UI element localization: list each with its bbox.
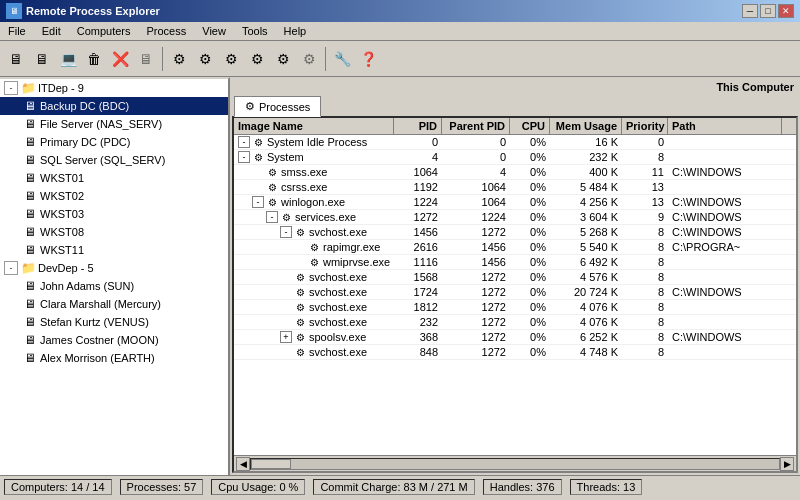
tree-expand-icon[interactable]: - xyxy=(266,211,278,223)
col-header-path[interactable]: Path xyxy=(668,118,782,134)
table-row[interactable]: ⚙csrss.exe119210640%5 484 K13 xyxy=(234,180,796,195)
table-row[interactable]: ⚙svchost.exe156812720%4 576 K8 xyxy=(234,270,796,285)
process-ppid-cell: 0 xyxy=(442,150,510,164)
tree-expand-icon[interactable]: - xyxy=(238,136,250,148)
table-row[interactable]: ⚙svchost.exe23212720%4 076 K8 xyxy=(234,315,796,330)
col-header-pid[interactable]: PID xyxy=(394,118,442,134)
process-icon: ⚙ xyxy=(296,302,305,313)
tree-item-mercury[interactable]: 🖥 Clara Marshall (Mercury) xyxy=(0,295,228,313)
tree-expand-icon[interactable]: - xyxy=(280,226,292,238)
tree-item-wkst08[interactable]: 🖥 WKST08 xyxy=(0,223,228,241)
table-row[interactable]: +⚙spoolsv.exe36812720%6 252 K8C:\WINDOWS xyxy=(234,330,796,345)
table-row[interactable]: ⚙smss.exe106440%400 K11C:\WINDOWS xyxy=(234,165,796,180)
menu-computers[interactable]: Computers xyxy=(73,24,135,38)
toolbar-separator-2 xyxy=(325,47,326,71)
col-header-cpu[interactable]: CPU xyxy=(510,118,550,134)
process-end-icon[interactable]: ⚙ xyxy=(193,47,217,71)
process-name-cell: ⚙svchost.exe xyxy=(234,300,394,314)
expand-devdep[interactable]: - xyxy=(4,261,18,275)
hscroll-track[interactable] xyxy=(250,458,780,470)
table-row[interactable]: ⚙rapimgr.exe261614560%5 540 K8C:\PROGRA~ xyxy=(234,240,796,255)
menu-edit[interactable]: Edit xyxy=(38,24,65,38)
process-ppid-cell: 1272 xyxy=(442,285,510,299)
tree-label-wkst03: WKST03 xyxy=(40,208,84,220)
tree-expand-icon[interactable]: - xyxy=(238,151,250,163)
table-row[interactable]: -⚙System400%232 K8 xyxy=(234,150,796,165)
tree-expand-icon[interactable]: - xyxy=(252,196,264,208)
process-expand-icon[interactable]: ⚙ xyxy=(271,47,295,71)
hscroll-thumb[interactable] xyxy=(251,459,291,469)
help-icon[interactable]: ❓ xyxy=(356,47,380,71)
hscroll-left-btn[interactable]: ◀ xyxy=(236,457,250,471)
tree-item-sun[interactable]: 🖥 John Adams (SUN) xyxy=(0,277,228,295)
tree-item-sql[interactable]: 🖥 SQL Server (SQL_SERV) xyxy=(0,151,228,169)
window-controls: ─ □ ✕ xyxy=(742,4,794,18)
tree-label-wkst02: WKST02 xyxy=(40,190,84,202)
computer-list-icon[interactable]: 💻 xyxy=(56,47,80,71)
tree-item-nas[interactable]: 🖥 File Server (NAS_SERV) xyxy=(0,115,228,133)
tab-processes-label: Processes xyxy=(259,101,310,113)
minimize-button[interactable]: ─ xyxy=(742,4,758,18)
tree-item-wkst03[interactable]: 🖥 WKST03 xyxy=(0,205,228,223)
computer-icon-mercury: 🖥 xyxy=(22,296,38,312)
table-row[interactable]: -⚙winlogon.exe122410640%4 256 K13C:\WIND… xyxy=(234,195,796,210)
tree-expand-icon[interactable]: + xyxy=(280,331,292,343)
hscroll-right-btn[interactable]: ▶ xyxy=(780,457,794,471)
process-table-body[interactable]: -⚙System Idle Process000%16 K0-⚙System40… xyxy=(234,135,796,455)
maximize-button[interactable]: □ xyxy=(760,4,776,18)
close-button[interactable]: ✕ xyxy=(778,4,794,18)
process-kill-icon[interactable]: ⚙ xyxy=(167,47,191,71)
tree-item-wkst01[interactable]: 🖥 WKST01 xyxy=(0,169,228,187)
process-name-cell: -⚙winlogon.exe xyxy=(234,195,394,209)
col-header-name[interactable]: Image Name xyxy=(234,118,394,134)
process-name-cell: -⚙svchost.exe xyxy=(234,225,394,239)
table-row[interactable]: -⚙System Idle Process000%16 K0 xyxy=(234,135,796,150)
computer-icon-sun: 🖥 xyxy=(22,278,38,294)
table-row[interactable]: ⚙svchost.exe181212720%4 076 K8 xyxy=(234,300,796,315)
process-path-cell: C:\PROGRA~ xyxy=(668,240,796,254)
status-handles: Handles: 376 xyxy=(483,479,562,495)
menu-view[interactable]: View xyxy=(198,24,230,38)
table-row[interactable]: ⚙svchost.exe172412720%20 724 K8C:\WINDOW… xyxy=(234,285,796,300)
refresh-icon[interactable]: 🖥 xyxy=(134,47,158,71)
col-header-ppid[interactable]: Parent PID xyxy=(442,118,510,134)
process-ppid-cell: 1064 xyxy=(442,180,510,194)
process-icon: ⚙ xyxy=(296,347,305,358)
connect-icon[interactable]: 🖥 xyxy=(4,47,28,71)
tree-item-moon[interactable]: 🖥 James Costner (MOON) xyxy=(0,331,228,349)
col-header-priority[interactable]: Priority xyxy=(622,118,668,134)
menu-file[interactable]: File xyxy=(4,24,30,38)
menu-tools[interactable]: Tools xyxy=(238,24,272,38)
tree-item-wkst11[interactable]: 🖥 WKST11 xyxy=(0,241,228,259)
process-collapse-icon[interactable]: ⚙ xyxy=(297,47,321,71)
tree-item-wkst02[interactable]: 🖥 WKST02 xyxy=(0,187,228,205)
table-row[interactable]: -⚙svchost.exe145612720%5 268 K8C:\WINDOW… xyxy=(234,225,796,240)
process-list-icon[interactable]: ⚙ xyxy=(245,47,269,71)
tree-group-devdep[interactable]: - 📁 DevDep - 5 xyxy=(0,259,228,277)
tree-group-itdep[interactable]: - 📁 ITDep - 9 xyxy=(0,79,228,97)
tab-processes[interactable]: ⚙ Processes xyxy=(234,96,321,117)
process-ppid-cell: 1456 xyxy=(442,255,510,269)
tree-label-sql: SQL Server (SQL_SERV) xyxy=(40,154,165,166)
process-priority-icon[interactable]: ⚙ xyxy=(219,47,243,71)
settings-icon[interactable]: 🔧 xyxy=(330,47,354,71)
tree-label-backup-dc: Backup DC (BDC) xyxy=(40,100,129,112)
col-header-mem[interactable]: Mem Usage xyxy=(550,118,622,134)
add-computer-icon[interactable]: 🖥 xyxy=(30,47,54,71)
horizontal-scrollbar[interactable]: ◀ ▶ xyxy=(234,455,796,471)
tree-item-earth[interactable]: 🖥 Alex Morrison (EARTH) xyxy=(0,349,228,367)
expand-itdep[interactable]: - xyxy=(4,81,18,95)
remove-computer-icon[interactable]: 🗑 xyxy=(82,47,106,71)
computer-tree-pane[interactable]: - 📁 ITDep - 9 🖥 Backup DC (BDC) 🖥 File S… xyxy=(0,77,230,475)
tree-item-backup-dc[interactable]: 🖥 Backup DC (BDC) xyxy=(0,97,228,115)
process-path-cell xyxy=(668,276,796,278)
table-row[interactable]: -⚙services.exe127212240%3 604 K9C:\WINDO… xyxy=(234,210,796,225)
tree-item-pdc[interactable]: 🖥 Primary DC (PDC) xyxy=(0,133,228,151)
table-row[interactable]: ⚙svchost.exe84812720%4 748 K8 xyxy=(234,345,796,360)
computer-x-icon[interactable]: ❌ xyxy=(108,47,132,71)
menu-process[interactable]: Process xyxy=(143,24,191,38)
menu-help[interactable]: Help xyxy=(280,24,311,38)
process-path-cell: C:\WINDOWS xyxy=(668,210,796,224)
tree-item-venus[interactable]: 🖥 Stefan Kurtz (VENUS) xyxy=(0,313,228,331)
table-row[interactable]: ⚙wmiprvse.exe111614560%6 492 K8 xyxy=(234,255,796,270)
